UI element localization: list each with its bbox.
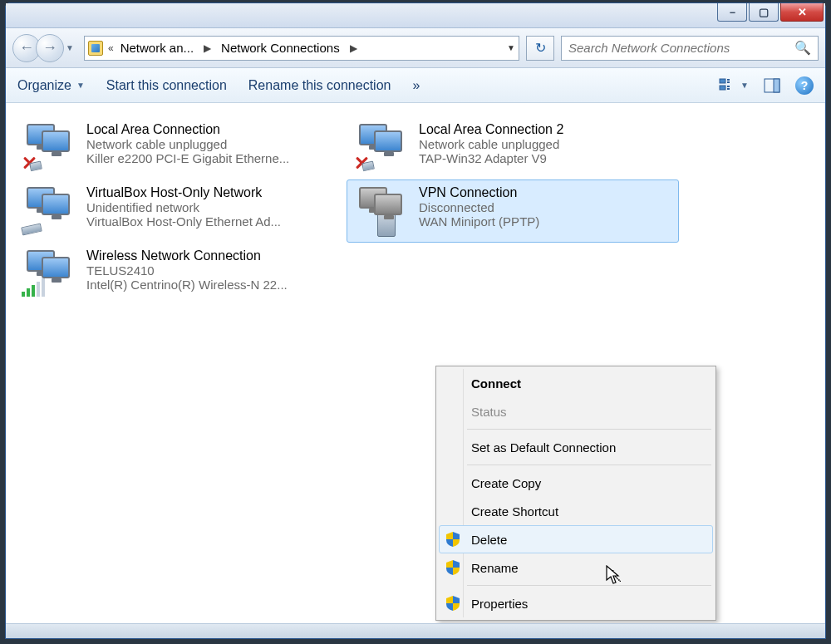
view-icon <box>719 78 735 93</box>
connection-status: Network cable unplugged <box>86 137 341 151</box>
nav-back-forward: ← → ▼ <box>12 32 77 65</box>
connection-title: VPN Connection <box>419 185 673 200</box>
menu-connect[interactable]: Connect <box>439 369 713 397</box>
menu-properties[interactable]: Properties <box>439 589 713 617</box>
chevron-right-icon[interactable]: ▶ <box>200 42 214 54</box>
menu-rename[interactable]: Rename <box>439 553 713 582</box>
menu-set-default[interactable]: Set as Default Connection <box>439 433 713 461</box>
organize-menu[interactable]: Organize ▼ <box>17 78 85 93</box>
connection-device: Intel(R) Centrino(R) Wireless-N 22... <box>86 278 341 292</box>
vpn-adapter-icon <box>352 184 411 235</box>
svg-rect-3 <box>720 86 725 90</box>
preview-pane-button[interactable] <box>764 78 780 93</box>
breadcrumb-overflow-icon[interactable]: « <box>108 42 114 54</box>
organize-label: Organize <box>17 78 71 93</box>
connection-title: Wireless Network Connection <box>86 248 341 263</box>
search-icon[interactable]: 🔍 <box>794 40 811 56</box>
connection-title: VirtualBox Host-Only Network <box>86 185 341 200</box>
connection-item[interactable]: Local Area Connection 2 Network cable un… <box>347 116 679 179</box>
maximize-icon: ▢ <box>759 6 769 18</box>
context-menu: Connect Status Set as Default Connection… <box>435 366 716 621</box>
shield-icon <box>446 596 460 611</box>
arrow-left-icon: ← <box>19 39 34 57</box>
refresh-icon: ↻ <box>535 40 546 56</box>
minimize-button[interactable]: － <box>717 3 747 22</box>
connection-title: Local Area Connection 2 <box>419 122 673 137</box>
breadcrumb-root[interactable]: Network an... <box>119 41 195 55</box>
forward-button[interactable]: → <box>36 34 64 62</box>
address-bar[interactable]: « Network an... ▶ Network Connections ▶ … <box>84 36 519 61</box>
error-icon <box>354 155 361 170</box>
titlebar: － ▢ ✕ <box>6 3 825 28</box>
chevron-down-icon: ▼ <box>740 81 749 90</box>
svg-rect-5 <box>727 88 730 90</box>
connection-item-selected[interactable]: VPN Connection Disconnected WAN Miniport… <box>347 179 679 243</box>
location-icon <box>88 41 103 56</box>
svg-rect-7 <box>774 79 779 92</box>
connection-status: Unidentified network <box>86 200 341 214</box>
menu-separator <box>467 585 711 586</box>
help-icon: ? <box>801 79 809 92</box>
menu-create-copy[interactable]: Create Copy <box>439 469 713 497</box>
menu-delete[interactable]: Delete <box>439 525 713 553</box>
breadcrumb-page[interactable]: Network Connections <box>219 41 342 55</box>
view-options[interactable]: ▼ <box>719 78 749 93</box>
signal-bars-icon <box>22 280 45 297</box>
connection-status: TELUS2410 <box>86 263 341 278</box>
connection-device: TAP-Win32 Adapter V9 <box>419 151 673 165</box>
menu-create-shortcut[interactable]: Create Shortcut <box>439 497 713 525</box>
plug-icon <box>21 224 42 236</box>
plug-icon <box>29 161 42 172</box>
chevron-right-icon[interactable]: ▶ <box>347 42 361 54</box>
minimize-icon: － <box>727 5 738 20</box>
window-footer <box>6 623 825 638</box>
svg-rect-2 <box>727 81 730 83</box>
command-bar: Organize ▼ Start this connection Rename … <box>6 68 825 103</box>
plug-icon <box>361 161 375 172</box>
wireless-adapter-icon <box>20 247 78 298</box>
svg-rect-4 <box>727 86 730 87</box>
shield-icon <box>446 532 460 547</box>
connection-device: WAN Miniport (PPTP) <box>419 214 673 229</box>
start-connection-label: Start this connection <box>106 78 227 93</box>
connection-status: Network cable unplugged <box>419 137 673 151</box>
connection-item[interactable]: Local Area Connection Network cable unpl… <box>14 116 347 179</box>
network-adapter-icon <box>352 120 411 172</box>
connection-device: VirtualBox Host-Only Ethernet Ad... <box>86 214 341 229</box>
maximize-button[interactable]: ▢ <box>749 3 779 22</box>
svg-rect-0 <box>720 79 725 83</box>
search-box[interactable]: 🔍 <box>561 36 819 61</box>
connection-item[interactable]: Wireless Network Connection TELUS2410 In… <box>14 243 347 306</box>
search-input[interactable] <box>568 41 791 55</box>
connection-device: Killer e2200 PCI-E Gigabit Etherne... <box>86 151 341 165</box>
explorer-window: － ▢ ✕ ← → ▼ « Network an... ▶ Network Co… <box>5 2 826 639</box>
connections-list: Local Area Connection Network cable unpl… <box>6 103 825 623</box>
connection-title: Local Area Connection <box>86 122 341 137</box>
navigation-row: ← → ▼ « Network an... ▶ Network Connecti… <box>6 28 825 68</box>
close-button[interactable]: ✕ <box>780 3 824 22</box>
chevron-down-icon: ▼ <box>76 81 85 90</box>
nav-history-dropdown[interactable]: ▼ <box>66 43 77 52</box>
preview-pane-icon <box>764 78 780 93</box>
network-adapter-icon <box>20 120 78 172</box>
svg-rect-1 <box>727 79 730 81</box>
error-icon <box>22 155 28 170</box>
arrow-right-icon: → <box>42 39 57 57</box>
connection-item[interactable]: VirtualBox Host-Only Network Unidentifie… <box>14 179 347 243</box>
rename-connection-button[interactable]: Rename this connection <box>248 78 391 93</box>
toolbar-overflow[interactable]: » <box>412 78 420 93</box>
network-adapter-icon <box>20 184 78 235</box>
shield-icon <box>446 560 460 575</box>
refresh-button[interactable]: ↻ <box>526 36 554 61</box>
menu-separator <box>467 465 711 465</box>
menu-separator <box>467 429 711 430</box>
menu-status: Status <box>439 397 713 425</box>
close-icon: ✕ <box>798 6 807 18</box>
overflow-icon: » <box>412 78 420 93</box>
rename-connection-label: Rename this connection <box>248 78 391 93</box>
address-dropdown[interactable]: ▼ <box>507 43 515 52</box>
connection-status: Disconnected <box>419 200 673 214</box>
start-connection-button[interactable]: Start this connection <box>106 78 227 93</box>
help-button[interactable]: ? <box>795 76 814 95</box>
